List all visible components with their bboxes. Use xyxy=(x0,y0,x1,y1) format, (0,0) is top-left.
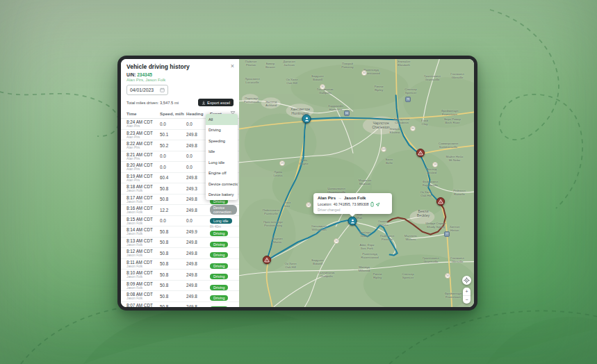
row-time: 8:12 AM CDT xyxy=(126,249,160,254)
row-speed: 0.0 xyxy=(160,154,186,158)
row-time: 8:15 AM CDT xyxy=(126,217,160,222)
row-time: 8:13 AM CDT xyxy=(126,238,160,243)
app-window: Vehicle driving history × U/N: 234345 Al… xyxy=(117,56,477,311)
row-speed: 50.8 xyxy=(160,261,186,266)
total-miles: Total miles driven: 3,547.5 mi xyxy=(126,101,179,105)
row-heading: 249.8 xyxy=(186,261,210,266)
row-heading: 249.8 xyxy=(186,294,210,299)
row-speed: 50.8 xyxy=(160,229,186,234)
table-row[interactable]: 8:07 AM CDTJason Folk50.8249.8Driving xyxy=(121,302,239,308)
event-filter-option[interactable]: Long idle xyxy=(206,157,238,168)
row-driver: Alan Pirs xyxy=(126,124,160,129)
row-speed: 50.8 xyxy=(160,272,186,277)
row-driver: Jason Folk xyxy=(126,222,160,226)
row-speed: 50.2 xyxy=(160,143,186,148)
row-speed: 50.8 xyxy=(160,294,186,299)
zoom-in-button[interactable]: + xyxy=(463,288,471,296)
row-speed: 50.8 xyxy=(160,240,186,245)
driver-change-popup: Alan Pirs → Jason Folk Location: 40.7418… xyxy=(313,193,392,214)
driver-icon xyxy=(304,116,309,122)
close-icon[interactable]: × xyxy=(231,63,234,69)
popup-note: Driver changed xyxy=(318,208,388,212)
row-driver: Alan Pirs xyxy=(126,179,160,183)
zoom-out-button[interactable]: − xyxy=(463,296,471,304)
event-filter-option[interactable]: Idle xyxy=(206,147,238,158)
row-speed: 0.0 xyxy=(160,122,186,126)
row-time: 8:17 AM CDT xyxy=(126,195,160,200)
row-time: 8:19 AM CDT xyxy=(126,174,160,179)
row-time: 8:22 AM CDT xyxy=(126,141,160,146)
row-heading: 249.8 xyxy=(186,240,210,245)
alert-marker[interactable] xyxy=(436,197,445,206)
event-filter-option[interactable]: All xyxy=(206,114,238,125)
unit-number: U/N: 234345 xyxy=(121,70,239,77)
row-driver: Jason Folk xyxy=(126,254,160,258)
row-speed: 12.2 xyxy=(160,208,186,213)
export-excel-button[interactable]: Export excel xyxy=(198,99,234,106)
row-driver: Jason Folk xyxy=(126,189,160,193)
row-speed: 0.0 xyxy=(160,218,186,223)
row-heading: 249.9 xyxy=(186,229,210,234)
row-driver: Jason Folk xyxy=(126,275,160,279)
event-filter-dropdown: AllDrivingSpeedingIdleLong idleEngine of… xyxy=(206,114,238,200)
drivers-line: Alan Pirs, Jason Folk xyxy=(121,77,239,82)
map[interactable]: ПайктонPiketonБиверBeaverДжексонJacksonП… xyxy=(239,59,474,307)
row-heading: 249.8 xyxy=(186,283,210,288)
download-icon xyxy=(202,101,206,105)
row-driver: Jason Folk xyxy=(126,200,160,204)
panel-title: Vehicle driving history xyxy=(126,63,190,70)
row-driver: Alan Pirs xyxy=(126,146,160,150)
row-driver: Jason Folk xyxy=(126,286,160,290)
event-filter-option[interactable]: Speeding xyxy=(206,135,238,147)
warning-icon xyxy=(438,199,443,204)
event-filter-option[interactable]: Device connection xyxy=(206,179,238,190)
row-time: 8:16 AM CDT xyxy=(126,206,160,210)
locate-button[interactable] xyxy=(462,276,471,285)
row-time: 8:07 AM CDT xyxy=(126,303,160,308)
row-speed: 50.8 xyxy=(160,197,186,201)
row-heading: 249.8 xyxy=(186,304,210,307)
page-background: Vehicle driving history × U/N: 234345 Al… xyxy=(0,0,597,364)
unit-label: U/N: xyxy=(126,72,136,77)
popup-driver-from: Alan Pirs xyxy=(318,196,336,200)
popup-coordinates: 40.741895, 73.989308 xyxy=(334,202,369,206)
row-time: 8:18 AM CDT xyxy=(126,184,160,189)
col-time[interactable]: Time xyxy=(126,111,160,116)
row-driver: Jason Folk xyxy=(126,243,160,247)
row-time: 8:14 AM CDT xyxy=(126,227,160,232)
row-heading: 249.8 xyxy=(186,272,210,277)
row-speed: 50.8 xyxy=(160,304,186,307)
row-driver: Alan Pirs xyxy=(126,157,160,161)
row-driver: Jason Folk xyxy=(126,265,160,269)
warning-icon xyxy=(418,150,423,156)
row-speed: 60.4 xyxy=(160,175,186,180)
row-driver: Jason Folk xyxy=(126,297,160,301)
event-filter-option[interactable]: Driving xyxy=(206,125,238,136)
date-input[interactable]: 04/01/2023 xyxy=(126,85,168,95)
row-time: 8:11 AM CDT xyxy=(126,260,160,265)
col-speed[interactable]: Speed, mi/h xyxy=(160,111,186,116)
popup-location-label: Location: xyxy=(318,202,332,206)
row-time: 8:09 AM CDT xyxy=(126,281,160,286)
alert-marker[interactable] xyxy=(416,149,425,157)
event-filter-option[interactable]: Device battery xyxy=(206,190,238,201)
driving-history-panel: Vehicle driving history × U/N: 234345 Al… xyxy=(121,59,239,307)
row-driver: Jason Folk xyxy=(126,210,160,215)
row-time: 8:21 AM CDT xyxy=(126,152,160,157)
row-driver: Alan Pirs xyxy=(126,135,160,140)
crosshair-icon xyxy=(464,277,470,283)
date-value: 04/01/2023 xyxy=(130,88,154,92)
popup-driver-to: Jason Folk xyxy=(344,196,366,200)
map-canvas xyxy=(239,59,474,307)
row-heading: 249.8 xyxy=(186,251,210,256)
row-heading: 249.8 xyxy=(186,208,210,213)
driver-marker[interactable] xyxy=(302,115,311,124)
row-time: 8:24 AM CDT xyxy=(126,119,160,124)
battery-icon xyxy=(370,201,374,207)
event-badge: Driving xyxy=(210,306,228,307)
row-speed: 50.8 xyxy=(160,251,186,256)
send-location-icon[interactable] xyxy=(375,202,380,207)
event-filter-option[interactable]: Engine off xyxy=(206,168,238,179)
alert-marker[interactable] xyxy=(263,256,271,264)
row-speed: 0.0 xyxy=(160,165,186,169)
